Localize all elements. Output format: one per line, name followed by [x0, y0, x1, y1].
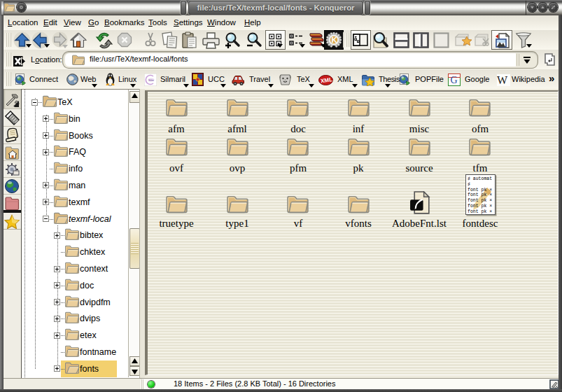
svg-text:K: K	[331, 36, 337, 44]
svg-text:Silm: Silm	[148, 78, 154, 82]
svg-text:G: G	[451, 75, 458, 85]
svg-text:W: W	[497, 74, 508, 86]
